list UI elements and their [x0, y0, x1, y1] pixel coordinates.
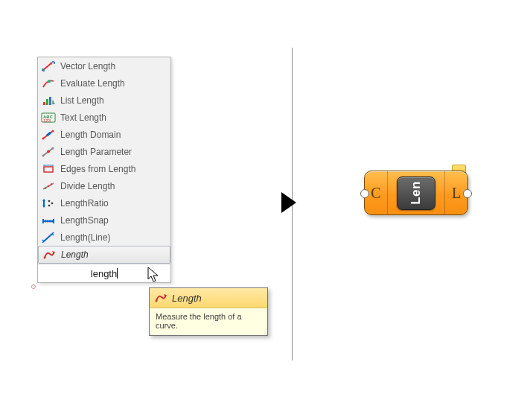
svg-rect-9 — [43, 102, 45, 105]
component-search-menu[interactable]: Vector Length Evaluate Length L List Len… — [37, 57, 171, 283]
menu-item-label: Vector Length — [60, 61, 167, 71]
menu-item-label: LengthRatio — [60, 198, 167, 209]
svg-rect-10 — [46, 99, 48, 105]
length-curve-icon — [42, 248, 57, 261]
component-name-label: Len — [409, 181, 424, 205]
menu-item-label: Edges from Length — [60, 164, 167, 174]
menu-item-length-ratio[interactable]: LengthRatio — [38, 194, 170, 211]
svg-point-17 — [42, 137, 45, 139]
component-body[interactable]: C Len L — [364, 171, 468, 215]
tooltip-header: Length — [150, 288, 267, 308]
length-curve-icon — [154, 292, 167, 304]
length-parameter-icon — [41, 145, 56, 159]
svg-point-8 — [48, 80, 51, 83]
canvas-target-icon — [28, 281, 39, 292]
svg-point-21 — [42, 154, 45, 156]
menu-item-text-length[interactable]: ABC 123 Text Length — [38, 109, 170, 126]
svg-point-1 — [31, 284, 35, 288]
text-caret — [117, 268, 118, 279]
menu-item-label: Length — [61, 249, 167, 260]
input-port-label: C — [371, 185, 380, 202]
svg-point-18 — [52, 130, 54, 132]
length-ratio-icon — [41, 197, 56, 210]
svg-line-2 — [43, 63, 52, 70]
tooltip-title: Length — [172, 293, 202, 304]
menu-item-length-domain[interactable]: Length Domain — [38, 126, 170, 143]
svg-text:L: L — [52, 99, 55, 106]
list-length-icon: L — [41, 94, 56, 107]
menu-item-divide-length[interactable]: Divide Length — [38, 177, 170, 194]
length-snap-icon — [41, 214, 56, 227]
menu-item-label: Evaluate Length — [60, 78, 167, 89]
output-grip-l[interactable] — [463, 189, 472, 198]
svg-rect-24 — [44, 167, 53, 172]
search-input[interactable]: length — [91, 268, 117, 279]
menu-item-edges-from-length[interactable]: Edges from Length — [38, 160, 170, 177]
menu-item-label: List Length — [60, 95, 167, 106]
svg-point-30 — [48, 185, 50, 187]
svg-point-50 — [156, 300, 158, 302]
divide-length-icon — [41, 179, 56, 193]
evaluate-length-icon — [41, 77, 56, 90]
input-grip-c[interactable] — [360, 189, 369, 198]
tooltip: Length Measure the length of a curve. — [149, 287, 268, 336]
search-row[interactable]: length — [38, 264, 170, 282]
svg-point-22 — [52, 147, 54, 149]
length-domain-icon — [41, 128, 56, 141]
svg-point-29 — [45, 187, 47, 189]
arrow-right-icon — [281, 192, 296, 213]
menu-item-length[interactable]: Length — [38, 246, 170, 264]
menu-item-list-length[interactable]: L List Length — [38, 92, 170, 109]
menu-item-length-line[interactable]: Length(Line) — [38, 229, 170, 246]
menu-item-length-snap[interactable]: LengthSnap — [38, 211, 170, 229]
menu-item-label: LengthSnap — [60, 215, 167, 226]
menu-item-label: Length Parameter — [60, 147, 167, 157]
svg-line-45 — [44, 234, 52, 241]
svg-marker-34 — [42, 206, 45, 208]
vector-length-icon — [41, 60, 56, 73]
output-port-label: L — [452, 185, 461, 202]
svg-point-0 — [30, 283, 38, 291]
length-component[interactable]: C Len L — [364, 171, 468, 215]
svg-text:123: 123 — [43, 118, 51, 123]
edges-from-length-icon — [41, 162, 56, 176]
menu-item-evaluate-length[interactable]: Evaluate Length — [38, 74, 170, 92]
menu-item-label: Divide Length — [60, 181, 167, 191]
menu-item-label: Length(Line) — [60, 232, 167, 243]
svg-marker-33 — [42, 199, 45, 201]
menu-item-label: Text Length — [60, 112, 167, 123]
text-length-icon: ABC 123 — [41, 111, 56, 124]
tooltip-description: Measure the length of a curve. — [150, 308, 267, 335]
length-line-icon — [41, 231, 56, 244]
svg-line-19 — [47, 133, 51, 136]
svg-point-35 — [48, 200, 51, 202]
menu-item-vector-length[interactable]: Vector Length — [38, 57, 170, 74]
svg-rect-11 — [49, 97, 51, 105]
svg-point-31 — [51, 183, 53, 185]
svg-point-37 — [51, 202, 54, 204]
menu-item-length-parameter[interactable]: Length Parameter — [38, 143, 170, 160]
svg-point-23 — [47, 150, 50, 153]
svg-point-36 — [48, 204, 51, 206]
svg-point-47 — [44, 257, 46, 259]
menu-item-label: Length Domain — [60, 130, 167, 140]
component-chip[interactable]: Len — [388, 176, 444, 210]
